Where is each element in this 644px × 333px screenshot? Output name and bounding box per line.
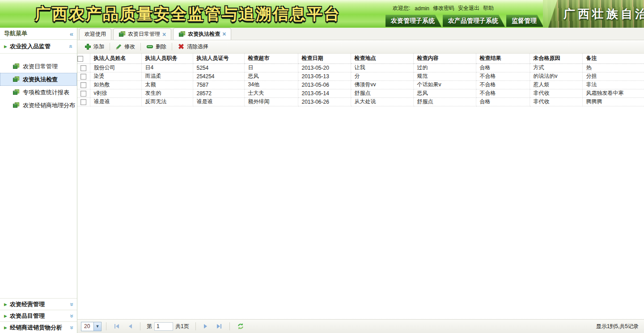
chevron-down-icon[interactable]: « bbox=[68, 303, 75, 306]
subsystem-tab-nongzi[interactable]: 农资管理子系统 bbox=[386, 15, 441, 27]
header-title-zone: 广西农产品质量安全监管与追溯信息平台 bbox=[0, 0, 386, 28]
row-checkbox[interactable] bbox=[80, 91, 86, 97]
edit-button[interactable]: 修改 bbox=[111, 42, 140, 52]
last-page-icon bbox=[217, 324, 220, 329]
row-checkbox[interactable] bbox=[80, 65, 86, 71]
select-all-checkbox[interactable] bbox=[77, 56, 83, 62]
clear-selection-button[interactable]: 清除选择 bbox=[173, 42, 213, 52]
row-checkbox[interactable] bbox=[80, 82, 86, 88]
row-checkbox[interactable] bbox=[80, 99, 86, 105]
cell: 日 bbox=[244, 63, 298, 72]
cell: 合格 bbox=[476, 63, 530, 72]
column-header[interactable]: 检查地点 bbox=[351, 54, 413, 63]
cell: 染烫 bbox=[90, 72, 141, 80]
sidebar-collapse-icon[interactable]: « bbox=[70, 30, 73, 38]
add-button-label: 添加 bbox=[93, 43, 104, 51]
chevron-down-icon[interactable]: « bbox=[68, 314, 75, 318]
welcome-prefix: 欢迎您: bbox=[393, 4, 410, 12]
column-header[interactable]: 执法人员姓名 bbox=[90, 54, 141, 63]
next-page-button[interactable] bbox=[200, 324, 211, 329]
table-row[interactable]: v剥徐 发生的 28572 士大夫 2013-05-14 舒服点 恶风 不合格 … bbox=[77, 89, 644, 97]
tab-zhifa-jiancha[interactable]: 农资执法检查 × bbox=[173, 28, 231, 40]
toolbar-separator bbox=[140, 43, 141, 51]
column-header[interactable]: 检查内容 bbox=[413, 54, 476, 63]
refresh-button[interactable] bbox=[234, 323, 247, 330]
prev-page-button[interactable] bbox=[125, 324, 136, 329]
sidebar-section-nongye-touru[interactable]: ▶ 农业投入品监管 « bbox=[0, 40, 77, 54]
folder-icon bbox=[13, 102, 20, 108]
subsystem-tab-jiandu[interactable]: 监督管理 bbox=[506, 15, 543, 27]
sidebar-section-jinxiao[interactable]: ▶ 经销商进销货物分析 « bbox=[0, 321, 77, 333]
column-header[interactable]: 执法人员证号 bbox=[193, 54, 244, 63]
table-row[interactable]: 如热敷 太额 7587 34他 2013-05-06 佛顶骨vv 个话如果v 不… bbox=[77, 80, 644, 89]
welcome-bar: 欢迎您:admin 修改密码 安全退出 帮助 bbox=[386, 2, 543, 14]
grid-empty-area bbox=[77, 106, 644, 320]
app-header: 广西农产品质量安全监管与追溯信息平台 欢迎您:admin 修改密码 安全退出 帮… bbox=[0, 0, 644, 28]
cell: 舒服点 bbox=[413, 97, 476, 106]
chevron-down-icon[interactable]: ▼ bbox=[93, 322, 101, 331]
close-icon[interactable]: × bbox=[222, 31, 226, 37]
page-number-input[interactable] bbox=[154, 322, 173, 331]
page-prefix-label: 第 bbox=[147, 323, 152, 330]
cell: 分 bbox=[351, 72, 413, 80]
cell: 从大处说 bbox=[351, 97, 413, 106]
sidebar-section-jingying[interactable]: ▶ 农资经营管理 « bbox=[0, 298, 77, 310]
triangle-icon: ▶ bbox=[4, 314, 7, 318]
column-header[interactable]: 检查日期 bbox=[298, 54, 351, 63]
cell: 5254 bbox=[193, 63, 244, 72]
help-link[interactable]: 帮助 bbox=[483, 4, 494, 12]
cell: 佛顶骨vv bbox=[351, 80, 413, 89]
sidebar-item-zhifa[interactable]: 农资执法检查 bbox=[0, 73, 77, 86]
table-header-row: 执法人员姓名 执法人员职务 执法人员证号 检查超市 检查日期 检查地点 检查内容… bbox=[77, 54, 644, 63]
cell: 反而无法 bbox=[141, 97, 193, 106]
chevron-up-icon[interactable]: « bbox=[68, 45, 75, 48]
pager-separator bbox=[106, 322, 106, 330]
table-row[interactable]: 股份公司 日4 5254 日 2013-05-20 让我 过的 合格 方式 热 bbox=[77, 63, 644, 72]
add-button[interactable]: 添加 bbox=[80, 42, 109, 52]
column-header[interactable]: 检查结果 bbox=[476, 54, 530, 63]
row-checkbox[interactable] bbox=[80, 74, 86, 80]
table-row[interactable]: 染烫 而温柔 254254 恶风 2013-05-13 分 规范 不合格 的说法… bbox=[77, 72, 644, 80]
sidebar-title: 导航菜单 bbox=[4, 30, 27, 38]
cell: 规范 bbox=[413, 72, 476, 80]
cell: 不合格 bbox=[476, 72, 530, 80]
cell: 34他 bbox=[244, 80, 298, 89]
first-page-icon bbox=[116, 324, 119, 329]
sidebar-item-label: 专项检查统计报表 bbox=[23, 89, 69, 97]
cell: v剥徐 bbox=[90, 89, 141, 97]
region-banner-text: 广西壮族自治区 bbox=[543, 6, 644, 22]
cell: 腾腾腾 bbox=[582, 97, 644, 106]
logout-link[interactable]: 安全退出 bbox=[458, 4, 479, 12]
cell: 不合格 bbox=[476, 80, 530, 89]
sidebar-item-label: 农资经销商地理分布 bbox=[23, 101, 75, 110]
cell: 舒服点 bbox=[351, 89, 413, 97]
sidebar-item-zhuanxiang[interactable]: 专项检查统计报表 bbox=[0, 86, 77, 99]
cell: 合格 bbox=[476, 97, 530, 106]
change-password-link[interactable]: 修改密码 bbox=[433, 4, 454, 12]
tab-welcome[interactable]: 欢迎使用 bbox=[79, 28, 111, 40]
table-row[interactable]: 谁是谁 反而无法 谁是谁 额外绯闻 2013-06-26 从大处说 舒服点 合格… bbox=[77, 97, 644, 106]
delete-button[interactable]: 删除 bbox=[142, 42, 171, 52]
column-header[interactable]: 检查超市 bbox=[244, 54, 298, 63]
sidebar-item-richang[interactable]: 农资日常管理 bbox=[0, 60, 77, 73]
tab-richang-guanli[interactable]: 农资日常管理 × bbox=[113, 28, 171, 40]
sidebar-item-dili[interactable]: 农资经销商地理分布 bbox=[0, 99, 77, 112]
subsystem-tab-nongchanpin[interactable]: 农产品管理子系统 bbox=[443, 15, 505, 27]
cell: 2013-05-06 bbox=[298, 80, 351, 89]
cell: 254254 bbox=[193, 72, 244, 80]
page-size-select[interactable]: 20 ▼ bbox=[81, 322, 102, 331]
cell: 恶风 bbox=[413, 89, 476, 97]
column-header[interactable]: 未合格原因 bbox=[530, 54, 582, 63]
close-icon[interactable]: × bbox=[162, 31, 166, 38]
sidebar-section-pinmu[interactable]: ▶ 农资品目管理 « bbox=[0, 310, 77, 321]
column-header[interactable]: 备注 bbox=[582, 54, 644, 63]
last-page-button[interactable] bbox=[213, 324, 225, 329]
first-page-button[interactable] bbox=[111, 324, 123, 329]
chevron-down-icon[interactable]: « bbox=[68, 326, 75, 329]
column-header[interactable]: 执法人员职务 bbox=[141, 54, 193, 63]
cell: 让我 bbox=[351, 63, 413, 72]
cell: 热 bbox=[582, 63, 644, 72]
cell: 非代收 bbox=[530, 97, 582, 106]
cell: 个话如果v bbox=[413, 80, 476, 89]
triangle-icon: ▶ bbox=[4, 302, 7, 307]
